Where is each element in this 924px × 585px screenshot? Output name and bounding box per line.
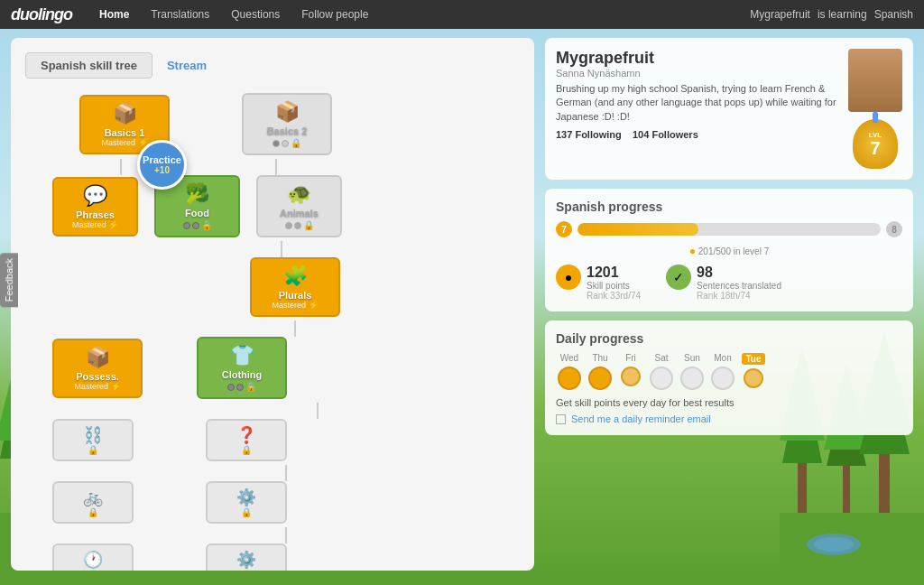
avatar-image <box>848 49 902 112</box>
spanish-progress-title: Spanish progress <box>556 200 902 214</box>
skill-locked-1[interactable]: ⛓️ 🔒 <box>52 419 134 461</box>
nav-home[interactable]: Home <box>94 5 134 24</box>
day-sun-label: Sun <box>684 353 700 363</box>
basics1-name: Basics 1 <box>105 127 145 138</box>
navbar-language[interactable]: Spanish <box>874 8 913 21</box>
day-sat: Sat <box>648 353 675 390</box>
skill-animals[interactable]: 🐢 Animals 🔒 <box>256 175 342 237</box>
skill-plurals[interactable]: 🧩 Plurals Mastered ⚡ <box>250 257 340 317</box>
day-sat-label: Sat <box>654 353 668 363</box>
skill-basics2[interactable]: 📦 Basics 2 🔒 <box>242 93 332 155</box>
navbar: duolingo Home Translations Questions Fol… <box>0 0 924 29</box>
practice-button[interactable]: Practice +10 <box>137 140 187 190</box>
day-sat-coin <box>650 367 673 390</box>
connector-row2 <box>25 241 520 257</box>
day-fri-coin <box>621 367 641 386</box>
nav-links: Home Translations Questions Follow peopl… <box>94 5 374 24</box>
profile-right: LVL 7 <box>848 49 902 169</box>
clothing-name: Clothing <box>222 369 263 380</box>
profile-avatar <box>848 49 902 112</box>
clothing-icon: 👕 <box>230 344 254 367</box>
connector-row5 <box>25 465 520 481</box>
tab-stream[interactable]: Stream <box>152 53 221 78</box>
skill-locked-4[interactable]: ⚙️ 🔒 <box>206 481 287 524</box>
animals-icon: 🐢 <box>287 182 311 206</box>
day-tue-coin <box>744 368 763 388</box>
stat-sent-info: 98 Sentences translated Rank 18th/74 <box>697 265 781 301</box>
tab-skill-tree[interactable]: Spanish skill tree <box>25 52 152 79</box>
locked5-lock: 🔒 <box>88 570 98 571</box>
locked6-icon: ⚙️ <box>236 550 256 570</box>
profile-follow: 137 Following 104 Followers <box>556 129 839 140</box>
following-label: Following <box>575 129 621 140</box>
feedback-tab[interactable]: Feedback <box>0 253 18 307</box>
sentences-icon: ✓ <box>666 265 691 290</box>
xp-coin-end: 8 <box>886 221 902 237</box>
phrases-status: Mastered ⚡ <box>72 220 118 229</box>
locked4-lock: 🔒 <box>241 507 252 517</box>
day-sun-coin <box>680 367 704 390</box>
reminder-row: Send me a daily reminder email <box>556 413 902 424</box>
day-thu: Thu <box>587 353 614 390</box>
skill-tree: 📦 Basics 1 Mastered ⚡ 📦 Basics 2 🔒 <box>25 93 520 571</box>
connector-row4 <box>25 403 520 419</box>
daily-progress-title: Daily progress <box>556 331 902 346</box>
skill-possess[interactable]: 📦 Possess. Mastered ⚡ <box>52 339 143 398</box>
navbar-right: Mygrapefruit is learning Spanish <box>750 8 913 21</box>
daily-progress-section: Daily progress Wed Thu Fri <box>545 320 913 435</box>
locked4-icon: ⚙️ <box>236 488 256 507</box>
basics1-icon: 📦 <box>113 102 137 125</box>
practice-label: Practice <box>143 154 181 165</box>
nav-follow[interactable]: Follow people <box>296 5 374 24</box>
reminder-label[interactable]: Send me a daily reminder email <box>571 413 711 424</box>
level-number: 7 <box>870 139 880 157</box>
skill-locked-2[interactable]: ❓ 🔒 <box>206 419 287 461</box>
day-mon-coin <box>711 367 735 390</box>
practice-points: +10 <box>154 165 170 175</box>
skill-row-2: 💬 Phrases Mastered ⚡ 🥦 Food 🔒 🐢 Animals <box>25 175 520 237</box>
level-badge: LVL 7 <box>853 119 898 169</box>
skill-locked-3[interactable]: 🚲 🔒 <box>52 481 134 524</box>
skill-phrases[interactable]: 💬 Phrases Mastered ⚡ <box>52 177 138 237</box>
stats-row: ● 1201 Skill points Rank 33rd/74 ✓ 98 Se… <box>556 265 902 301</box>
animals-name: Animals <box>280 208 319 218</box>
profile-bio: Brushing up my high school Spanish, tryi… <box>556 82 839 124</box>
clothing-progress: 🔒 <box>227 382 256 392</box>
skill-points-label: Skill points <box>587 281 641 291</box>
connector-row6 <box>25 527 520 543</box>
skill-row-1: 📦 Basics 1 Mastered ⚡ 📦 Basics 2 🔒 <box>25 93 520 155</box>
food-progress: 🔒 <box>183 220 212 230</box>
stat-sp-info: 1201 Skill points Rank 33rd/74 <box>587 265 641 301</box>
reminder-checkbox[interactable] <box>556 414 566 424</box>
phrases-icon: 💬 <box>83 184 107 208</box>
possess-icon: 📦 <box>86 346 110 369</box>
profile-info: Mygrapefruit Sanna Nynäshamn Brushing up… <box>556 49 839 169</box>
skill-points-value: 1201 <box>587 265 641 281</box>
skill-locked-6[interactable]: ⚙️ 🔒 <box>206 543 287 571</box>
daily-tip: Get skill points every day for best resu… <box>556 397 902 408</box>
day-wed-label: Wed <box>560 353 578 363</box>
skill-clothing[interactable]: 👕 Clothing 🔒 <box>197 337 287 399</box>
navbar-username[interactable]: Mygrapefruit <box>750 8 810 21</box>
connector-row3 <box>25 320 520 337</box>
app-logo[interactable]: duolingo <box>11 5 72 24</box>
basics2-name: Basics 2 <box>267 125 308 136</box>
skill-locked-5[interactable]: 🕐 🔒 <box>52 543 134 571</box>
day-thu-label: Thu <box>592 353 607 363</box>
following-count: 137 <box>556 129 572 140</box>
locked5-icon: 🕐 <box>83 550 103 570</box>
main-container: Spanish skill tree Stream 📦 Basics 1 Mas… <box>11 38 913 571</box>
day-wed: Wed <box>556 353 583 390</box>
skill-points-rank: Rank 33rd/74 <box>587 291 641 301</box>
locked2-icon: ❓ <box>236 425 256 445</box>
days-grid: Wed Thu Fri Sat <box>556 353 902 390</box>
nav-questions[interactable]: Questions <box>226 5 285 24</box>
profile-name: Mygrapefruit <box>556 49 839 68</box>
day-tue: Tue <box>740 353 767 390</box>
skill-row-3: 🧩 Plurals Mastered ⚡ <box>25 257 520 317</box>
nav-translations[interactable]: Translations <box>145 5 215 24</box>
navbar-is-learning: is learning <box>818 8 867 21</box>
skill-points-icon: ● <box>556 265 581 290</box>
sentences-label: Sentences translated <box>697 281 781 291</box>
food-icon: 🥦 <box>185 182 209 206</box>
